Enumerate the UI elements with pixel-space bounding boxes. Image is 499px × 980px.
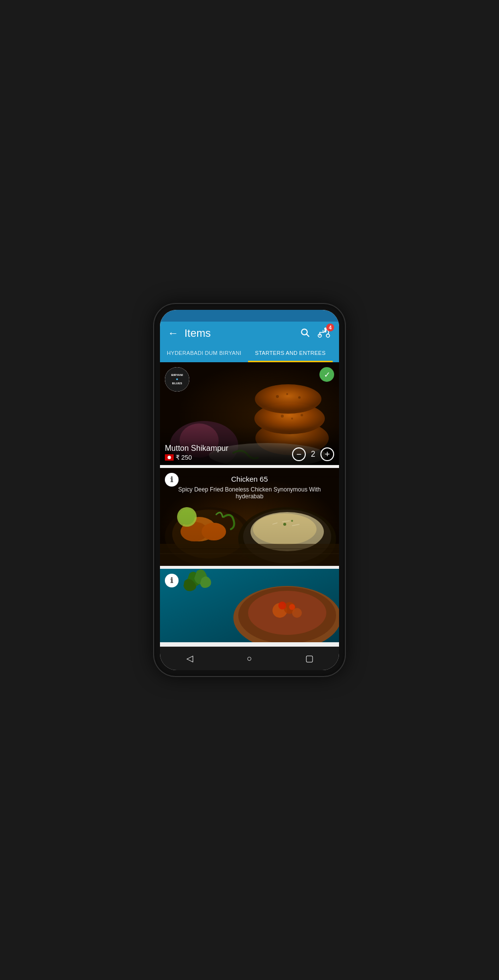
restaurant-logo: BIRYANI ● BLUES [165, 367, 189, 392]
nav-home-button[interactable]: ○ [240, 649, 259, 668]
chicken-info-overlay: Chicken 65 Spicy Deep Fried Boneless Chi… [160, 468, 339, 505]
tab-biryani[interactable]: HYDERABADI DUM BIRYANI [160, 345, 248, 362]
svg-point-15 [291, 418, 293, 420]
phone-screen: ← Items [160, 310, 339, 670]
nav-recents-button[interactable]: ▢ [299, 649, 319, 668]
svg-point-14 [281, 415, 284, 418]
chicken-description: Spicy Deep Fried Boneless Chicken Synony… [165, 486, 334, 500]
food-card-chicken-65: ℹ Chicken 65 Spicy Deep Fried Boneless C… [160, 468, 339, 566]
search-icon[interactable] [300, 327, 310, 340]
tab-starters[interactable]: STARTERS AND ENTREES [248, 345, 332, 362]
svg-point-16 [301, 414, 303, 417]
svg-point-12 [286, 393, 288, 395]
food-card-third: ℹ [160, 569, 339, 642]
bottom-nav: ◁ ○ ▢ [160, 647, 339, 670]
page-title: Items [184, 327, 211, 340]
svg-point-11 [276, 395, 279, 398]
info-icon-third[interactable]: ℹ [165, 574, 179, 587]
svg-point-50 [289, 604, 295, 610]
food-price-mutton: ₹ 250 [165, 454, 228, 461]
category-tabs: HYDERABADI DUM BIRYANI STARTERS AND ENTR… [160, 345, 339, 362]
quantity-display: 2 [310, 450, 317, 459]
svg-point-20 [168, 456, 171, 459]
decrease-qty-button[interactable]: − [292, 447, 306, 461]
item-selected-badge: ✓ [319, 367, 334, 382]
nav-back-button[interactable]: ◁ [180, 649, 200, 668]
food-image-chicken: ℹ Chicken 65 Spicy Deep Fried Boneless C… [160, 468, 339, 566]
back-button[interactable]: ← [168, 328, 179, 339]
quantity-control-mutton: − 2 + [292, 447, 334, 461]
food-image-mutton: BIRYANI ● BLUES ✓ Mutton Shikampur [160, 362, 339, 465]
logo-line2: BLUES [171, 382, 183, 385]
svg-point-13 [298, 397, 301, 399]
food-card-mutton-shikampur: BIRYANI ● BLUES ✓ Mutton Shikampur [160, 362, 339, 465]
svg-point-49 [278, 602, 286, 609]
status-bar [160, 310, 339, 322]
cart-badge: 4 [326, 324, 334, 331]
food-info-bar-mutton: Mutton Shikampur ₹ 250 [160, 440, 339, 465]
japan-flag-icon [165, 454, 174, 461]
tab-curries[interactable]: CURRIES/SALANS [333, 345, 339, 362]
food-name-mutton: Mutton Shikampur [165, 444, 228, 453]
logo-line1: BIRYANI [171, 373, 183, 377]
svg-line-1 [307, 334, 309, 336]
phone-frame: ← Items [154, 304, 345, 676]
svg-point-10 [255, 384, 321, 414]
food-image-third: ℹ [160, 569, 339, 642]
chicken-name: Chicken 65 [165, 475, 334, 483]
svg-point-3 [326, 334, 330, 337]
header-right: 4 [300, 327, 331, 340]
header-left: ← Items [168, 327, 211, 340]
food-details-mutton: Mutton Shikampur ₹ 250 [165, 444, 228, 461]
increase-qty-button[interactable]: + [320, 447, 334, 461]
content-area: BIRYANI ● BLUES ✓ Mutton Shikampur [160, 362, 339, 647]
cart-button[interactable]: 4 [317, 327, 331, 340]
app-header: ← Items [160, 322, 339, 345]
